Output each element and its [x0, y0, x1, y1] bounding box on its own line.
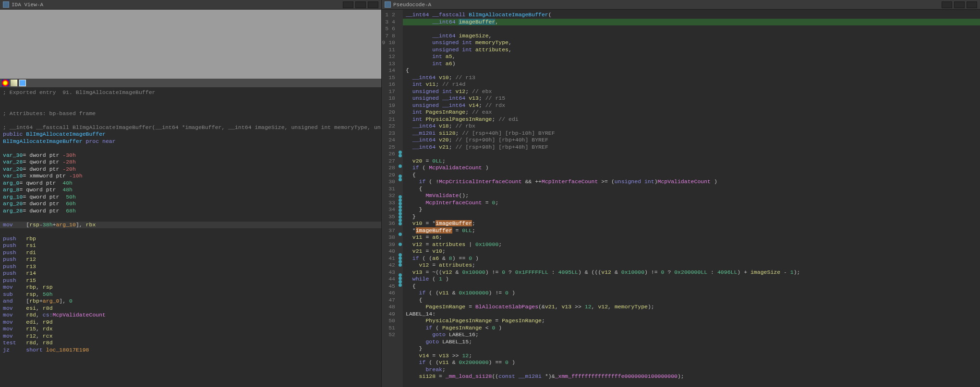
close-button[interactable]	[967, 1, 977, 8]
ida-view-title: IDA View-A	[12, 2, 43, 8]
asm-toolbar	[0, 79, 381, 87]
pseudocode-titlebar[interactable]: Pseudocode-A	[382, 0, 980, 10]
minimize-button[interactable]	[942, 1, 952, 8]
close-button[interactable]	[368, 1, 378, 8]
monitor-icon[interactable]	[19, 80, 26, 86]
window-icon	[3, 1, 9, 8]
pseudocode-pane: Pseudocode-A 1 2 3 4 5 6 7 8 9 10 11 12 …	[382, 0, 980, 387]
code-column[interactable]: __int64 __fastcall BlImgAllocateImageBuf…	[403, 10, 980, 387]
ida-view-pane: IDA View-A ; Exported entry 91. BlImgAll…	[0, 0, 382, 387]
palette-icon[interactable]	[2, 80, 9, 86]
line-number-gutter: 1 2 3 4 5 6 7 8 9 10 11 12 13 14 15 16 1…	[382, 10, 397, 387]
graph-view-background[interactable]	[0, 10, 381, 79]
disassembly-listing[interactable]: ; Exported entry 91. BlImgAllocateImageB…	[0, 87, 381, 387]
maximize-button[interactable]	[355, 1, 366, 8]
minimize-button[interactable]	[343, 1, 353, 8]
ida-view-titlebar[interactable]: IDA View-A	[0, 0, 381, 10]
pencil-icon[interactable]	[11, 80, 17, 86]
maximize-button[interactable]	[954, 1, 965, 8]
pseudocode-title: Pseudocode-A	[393, 2, 431, 8]
window-icon	[385, 1, 391, 8]
breakpoint-gutter[interactable]	[397, 10, 403, 387]
decompiler-listing[interactable]: 1 2 3 4 5 6 7 8 9 10 11 12 13 14 15 16 1…	[382, 10, 980, 387]
